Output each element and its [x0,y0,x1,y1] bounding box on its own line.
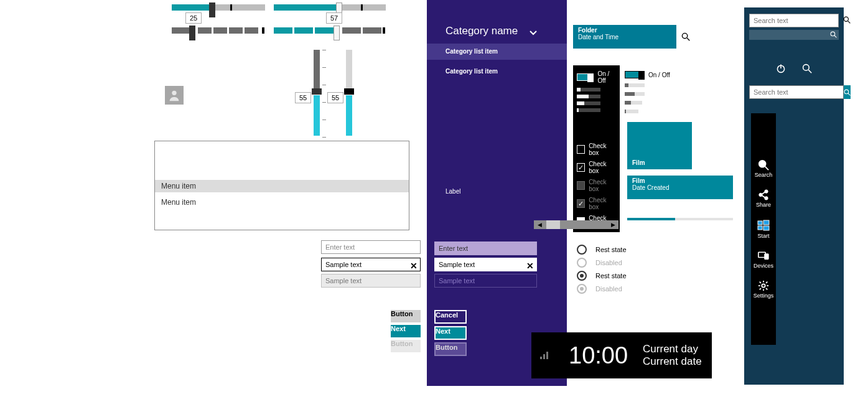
svg-point-14 [844,90,849,94]
vslider-a[interactable] [314,50,320,137]
clear-icon[interactable]: ✕ [410,260,418,272]
slider-badge-a: 25 [185,12,202,24]
button-default[interactable]: Button [391,310,421,322]
slider-badge-b: 57 [326,12,342,24]
toggle-light[interactable]: On / Off [625,71,670,78]
svg-rect-26 [763,226,769,230]
svg-point-1 [682,33,687,38]
svg-line-21 [762,192,765,195]
scroll-thumb[interactable] [546,220,560,229]
category-header[interactable]: Category name [446,25,537,37]
scroll-left-icon[interactable]: ◀ [534,220,545,229]
plain-button[interactable]: Button [434,342,467,356]
charm-devices[interactable]: Devices [751,248,776,274]
vslider-badge-b: 55 [327,92,343,103]
progress-light-2 [625,92,645,96]
search-bar-secondary[interactable] [749,30,839,40]
purple-input-clear[interactable]: Sample text ✕ [434,258,537,271]
progress-dark-3 [577,101,600,105]
folder-subtitle: Date and Time [578,34,671,40]
svg-rect-28 [765,254,769,260]
progress-light-3 [625,101,642,105]
radio-disabled-1: Disabled [577,258,622,268]
scroll-right-icon[interactable]: ▶ [607,220,618,229]
category-item-1[interactable]: Category list item [427,44,567,60]
next-button[interactable]: Next [434,326,467,340]
toggle-dark[interactable]: On / Off [577,70,616,84]
svg-line-13 [808,70,811,73]
search-input[interactable] [750,17,843,24]
chevron-down-icon [530,26,537,39]
search-bar-go[interactable] [749,85,839,99]
signal-icon [540,350,554,361]
svg-line-22 [762,195,765,198]
svg-rect-5 [546,352,548,359]
folder-tile[interactable]: Folder Date and Time [573,25,676,49]
search-icon[interactable] [843,16,851,25]
svg-rect-25 [758,226,762,230]
svg-line-35 [766,288,767,289]
search-bar-main[interactable] [749,14,839,27]
svg-line-17 [765,167,768,170]
power-icon[interactable] [776,63,786,75]
input-with-clear[interactable]: Sample text ✕ [321,258,421,271]
purple-input-filled[interactable]: Enter text [434,242,537,255]
folder-title: Folder [578,27,671,34]
svg-line-34 [760,282,761,283]
charm-search[interactable]: Search [751,157,776,183]
button-next[interactable]: Next [391,325,421,337]
radio-rest-1[interactable]: Rest state [577,245,627,255]
search-icon[interactable] [681,32,690,43]
film-tile-subtitle: Date Created [632,184,728,191]
radio-disabled-2: Disabled [577,284,622,294]
search-go-button[interactable] [844,85,851,99]
cancel-button[interactable]: Cancel [434,310,467,324]
user-icon [167,88,181,102]
black-panel: On / Off Check box ✓Check box Check box … [573,65,620,232]
input-value: Sample text [325,261,362,268]
input-placeholder[interactable]: Enter text [321,240,421,254]
svg-line-9 [834,35,836,37]
svg-line-15 [848,93,850,95]
hslider-teal-2[interactable] [274,4,386,11]
charm-start[interactable]: Start [751,217,776,244]
search-icon[interactable] [828,31,839,39]
checkbox-1[interactable]: Check box [577,143,616,156]
svg-rect-3 [540,357,542,359]
current-day: Current day [643,343,702,355]
search-icon[interactable] [802,63,812,75]
charm-share[interactable]: Share [751,187,776,213]
svg-line-37 [766,282,767,283]
clock-time: 10:00 [569,342,628,369]
search-input[interactable] [749,85,844,99]
film-tile-title: Film [632,177,728,184]
power-row [744,63,844,75]
checkbox-2[interactable]: ✓Check box [577,161,616,174]
charm-settings[interactable]: Settings [751,278,776,304]
progress-dark-2 [577,95,600,98]
svg-point-0 [172,91,176,95]
progress-light-1 [625,83,645,87]
charms-bar: Search Share Start Devices Settings [751,113,776,345]
vslider-b[interactable] [346,50,352,137]
avatar [165,86,184,105]
category-item-2[interactable]: Category list item [427,63,567,80]
film-tile-large[interactable]: Film [627,122,692,169]
time-bar: 10:00 Current day Current date [531,332,712,378]
hslider-mix[interactable] [274,27,386,34]
hslider-dark[interactable] [172,27,265,34]
purple-panel: Category name Category list item Categor… [427,0,567,386]
scrollbar[interactable]: ◀ ▶ [534,220,618,229]
clear-icon[interactable]: ✕ [526,260,534,272]
input-disabled: Sample text [321,274,421,288]
purple-input-disabled: Sample text [434,274,537,288]
radio-rest-2[interactable]: Rest state [577,271,627,281]
context-menu: Menu item Menu item [154,141,409,230]
svg-rect-24 [763,220,769,225]
menu-item-1[interactable]: Menu item [155,180,409,192]
progress-dark-4 [577,108,600,112]
thin-progress [627,218,733,220]
menu-item-2[interactable]: Menu item [155,196,409,209]
film-tile-wide[interactable]: Film Date Created [627,176,733,199]
hslider-teal[interactable] [172,4,265,11]
